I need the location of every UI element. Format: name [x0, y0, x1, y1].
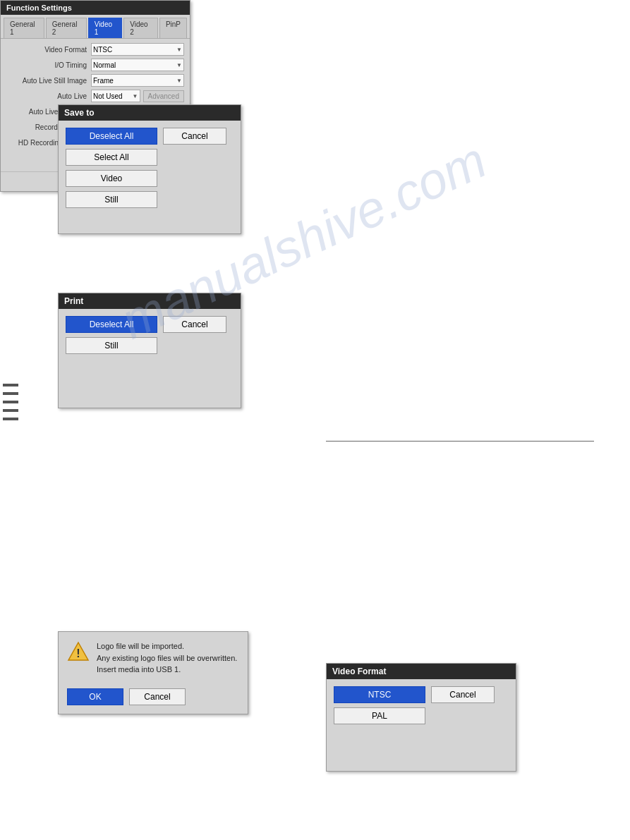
ntsc-button[interactable]: NTSC [334, 686, 425, 703]
label-video-format: Video Format [6, 46, 91, 54]
logo-line1: Logo file will be imported. [97, 640, 237, 652]
video-format-dialog: Video Format NTSC Cancel PAL [326, 663, 516, 772]
video-format-row-1: NTSC Cancel [334, 686, 509, 703]
tab-video2[interactable]: Video 2 [123, 18, 158, 38]
select-auto-live[interactable]: Not Used ▼ [91, 90, 140, 102]
tab-video1[interactable]: Video 1 [88, 18, 123, 38]
advanced-button[interactable]: Advanced [143, 90, 184, 102]
print-deselect-all-button[interactable]: Deselect All [66, 316, 157, 333]
still-button-save[interactable]: Still [66, 191, 157, 208]
print-row-1: Deselect All Cancel [66, 316, 234, 333]
video-format-title: Video Format [327, 664, 516, 679]
save-to-cancel-button[interactable]: Cancel [163, 128, 226, 145]
sidebar-line-3 [3, 401, 18, 403]
video-format-cancel-button[interactable]: Cancel [431, 686, 495, 703]
logo-cancel-button[interactable]: Cancel [129, 688, 186, 705]
save-to-body: Deselect All Cancel Select All Video Sti… [59, 121, 241, 233]
logo-dialog-buttons: OK Cancel [59, 684, 248, 714]
print-dialog: Print Deselect All Cancel Still [58, 293, 241, 408]
sidebar-line-1 [3, 384, 18, 386]
deselect-all-button[interactable]: Deselect All [66, 128, 157, 145]
still-button-print[interactable]: Still [66, 337, 157, 354]
logo-dialog-body: ! Logo file will be imported. Any existi… [59, 632, 248, 684]
label-io-timing: I/O Timing [6, 61, 91, 69]
pal-button[interactable]: PAL [334, 707, 425, 724]
logo-line3: Insert media into USB 1. [97, 664, 237, 676]
chevron-down-icon-4: ▼ [133, 93, 138, 99]
logo-message: Logo file will be imported. Any existing… [97, 640, 237, 676]
sidebar-lines [0, 381, 21, 423]
func-row-io-timing: I/O Timing Normal ▼ [6, 59, 184, 71]
logo-dialog: ! Logo file will be imported. Any existi… [58, 631, 248, 714]
function-settings-title: Function Settings [1, 1, 190, 15]
sidebar-line-2 [3, 392, 18, 395]
save-to-row-4: Still [66, 191, 234, 208]
print-cancel-button[interactable]: Cancel [163, 316, 226, 333]
function-settings-tabs: General 1 General 2 Video 1 Video 2 PinP [1, 15, 190, 39]
sidebar-line-4 [3, 409, 18, 412]
label-auto-live: Auto Live [6, 92, 91, 100]
video-format-row-2: PAL [334, 707, 509, 724]
chevron-down-icon-2: ▼ [176, 62, 182, 68]
save-to-row-3: Video [66, 170, 234, 187]
tab-pinp[interactable]: PinP [159, 18, 187, 38]
print-title: Print [59, 293, 241, 309]
select-auto-live-still[interactable]: Frame ▼ [91, 74, 184, 87]
chevron-down-icon: ▼ [176, 47, 182, 53]
func-row-video-format: Video Format NTSC ▼ [6, 43, 184, 56]
save-to-row-1: Deselect All Cancel [66, 128, 234, 145]
print-row-2: Still [66, 337, 234, 354]
svg-text:!: ! [76, 647, 80, 659]
select-video-format[interactable]: NTSC ▼ [91, 43, 184, 56]
save-to-dialog: Save to Deselect All Cancel Select All V… [58, 104, 241, 234]
video-format-body: NTSC Cancel PAL [327, 679, 516, 771]
func-row-auto-live: Auto Live Not Used ▼ Advanced [6, 90, 184, 102]
logo-ok-button[interactable]: OK [67, 688, 123, 705]
select-all-button[interactable]: Select All [66, 149, 157, 166]
warning-icon: ! [67, 640, 90, 663]
video-button[interactable]: Video [66, 170, 157, 187]
select-io-timing[interactable]: Normal ▼ [91, 59, 184, 71]
sidebar-line-5 [3, 418, 18, 420]
save-to-row-2: Select All [66, 149, 234, 166]
logo-line2: Any existing logo files will be overwrit… [97, 652, 237, 664]
save-to-title: Save to [59, 105, 241, 121]
chevron-down-icon-3: ▼ [176, 78, 182, 84]
tab-general2[interactable]: General 2 [46, 18, 87, 38]
label-auto-live-still: Auto Live Still Image [6, 77, 91, 85]
print-body: Deselect All Cancel Still [59, 309, 241, 408]
func-row-auto-live-still: Auto Live Still Image Frame ▼ [6, 74, 184, 87]
tab-general1[interactable]: General 1 [4, 18, 44, 38]
divider-line [326, 441, 594, 442]
